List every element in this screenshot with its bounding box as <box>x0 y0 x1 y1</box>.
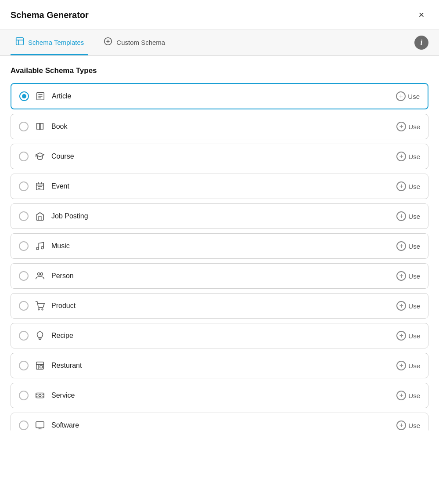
software-label: Software <box>51 421 396 429</box>
svg-point-20 <box>38 309 40 310</box>
modal-header: Schema Generator × <box>0 0 439 29</box>
event-label: Event <box>51 182 396 190</box>
service-icon <box>34 389 46 402</box>
schema-list: Article + Use Book + Use <box>11 83 428 438</box>
modal-title: Schema Generator <box>11 10 89 20</box>
svg-rect-34 <box>36 422 44 428</box>
product-icon <box>34 300 46 312</box>
plus-circle-icon <box>103 36 113 48</box>
radio-service[interactable] <box>19 391 29 400</box>
radio-book[interactable] <box>19 122 29 131</box>
use-software-button[interactable]: + Use <box>396 421 420 430</box>
use-software-label: Use <box>408 422 420 429</box>
section-title: Available Schema Types <box>11 66 428 75</box>
schema-item-restaurant[interactable]: Resturant + Use <box>11 353 428 378</box>
restaurant-label: Resturant <box>51 362 396 370</box>
use-restaurant-label: Use <box>408 362 420 370</box>
recipe-icon <box>34 330 46 342</box>
schema-item-course[interactable]: Course + Use <box>11 144 428 169</box>
use-recipe-button[interactable]: + Use <box>396 331 420 341</box>
use-person-button[interactable]: + Use <box>396 271 420 281</box>
close-button[interactable]: × <box>414 8 428 22</box>
content-area: Available Schema Types Article <box>0 56 439 504</box>
use-music-button[interactable]: + Use <box>396 241 420 251</box>
tab-schema-templates[interactable]: Schema Templates <box>11 29 88 55</box>
tabs-bar: Schema Templates Custom Schema i <box>0 29 439 56</box>
radio-dot-article <box>22 94 26 98</box>
use-job-posting-button[interactable]: + Use <box>396 211 420 221</box>
use-service-label: Use <box>408 392 420 399</box>
software-icon <box>34 419 46 431</box>
schema-item-job-posting[interactable]: Job Posting + Use <box>11 203 428 229</box>
service-label: Service <box>51 392 396 399</box>
restaurant-icon <box>34 359 46 372</box>
use-recipe-label: Use <box>408 332 420 340</box>
svg-rect-28 <box>36 393 44 398</box>
event-icon <box>34 180 46 192</box>
article-icon <box>34 90 47 102</box>
radio-job-posting[interactable] <box>19 211 29 221</box>
schema-item-book[interactable]: Book + Use <box>11 114 428 139</box>
plus-circle-person: + <box>396 271 406 281</box>
plus-circle-recipe: + <box>396 331 406 341</box>
use-book-label: Use <box>408 123 420 131</box>
music-icon <box>34 240 46 252</box>
use-course-label: Use <box>408 153 420 160</box>
schema-item-service[interactable]: Service + Use <box>11 383 428 408</box>
radio-event[interactable] <box>19 181 29 191</box>
course-label: Course <box>51 152 396 160</box>
schema-item-article[interactable]: Article + Use <box>11 83 428 109</box>
radio-recipe[interactable] <box>19 331 29 341</box>
product-label: Product <box>51 302 396 310</box>
radio-person[interactable] <box>19 271 29 281</box>
use-article-button[interactable]: + Use <box>396 91 420 101</box>
svg-point-16 <box>36 247 39 250</box>
use-event-button[interactable]: + Use <box>396 181 420 191</box>
use-product-label: Use <box>408 302 420 310</box>
use-course-button[interactable]: + Use <box>396 152 420 161</box>
plus-circle-course: + <box>396 152 406 161</box>
recipe-label: Recipe <box>51 332 396 340</box>
course-icon <box>34 150 46 163</box>
schema-item-person[interactable]: Person + Use <box>11 263 428 289</box>
info-button[interactable]: i <box>414 36 428 50</box>
radio-course[interactable] <box>19 152 29 161</box>
schema-item-software[interactable]: Software + Use <box>11 413 428 438</box>
schema-item-product[interactable]: Product + Use <box>11 293 428 319</box>
use-event-label: Use <box>408 183 420 190</box>
plus-circle-restaurant: + <box>396 361 406 370</box>
radio-music[interactable] <box>19 241 29 251</box>
use-person-label: Use <box>408 272 420 280</box>
person-label: Person <box>51 272 396 280</box>
tab-custom-schema[interactable]: Custom Schema <box>99 29 169 55</box>
radio-restaurant[interactable] <box>19 361 29 370</box>
svg-point-17 <box>41 247 44 249</box>
use-service-button[interactable]: + Use <box>396 391 420 400</box>
use-job-posting-label: Use <box>408 213 420 220</box>
plus-circle-software: + <box>396 421 406 430</box>
job-posting-label: Job Posting <box>51 212 396 220</box>
schema-item-recipe[interactable]: Recipe + Use <box>11 323 428 348</box>
radio-product[interactable] <box>19 301 29 311</box>
plus-circle-event: + <box>396 181 406 191</box>
article-label: Article <box>52 92 396 100</box>
use-product-button[interactable]: + Use <box>396 301 420 311</box>
book-label: Book <box>51 123 396 131</box>
svg-rect-27 <box>40 366 43 368</box>
schema-generator-modal: Schema Generator × Schema Templates <box>0 0 439 504</box>
person-icon <box>34 270 46 282</box>
svg-rect-0 <box>16 38 24 45</box>
job-icon <box>34 210 46 222</box>
schema-item-music[interactable]: Music + Use <box>11 233 428 259</box>
plus-circle-article: + <box>396 91 406 101</box>
use-book-button[interactable]: + Use <box>396 122 420 131</box>
use-restaurant-button[interactable]: + Use <box>396 361 420 370</box>
radio-article[interactable] <box>19 91 29 101</box>
use-article-label: Use <box>408 93 420 100</box>
radio-software[interactable] <box>19 421 29 430</box>
plus-circle-product: + <box>396 301 406 311</box>
plus-circle-service: + <box>396 391 406 400</box>
book-icon <box>34 120 46 133</box>
svg-point-21 <box>42 309 43 310</box>
schema-item-event[interactable]: Event + Use <box>11 174 428 199</box>
